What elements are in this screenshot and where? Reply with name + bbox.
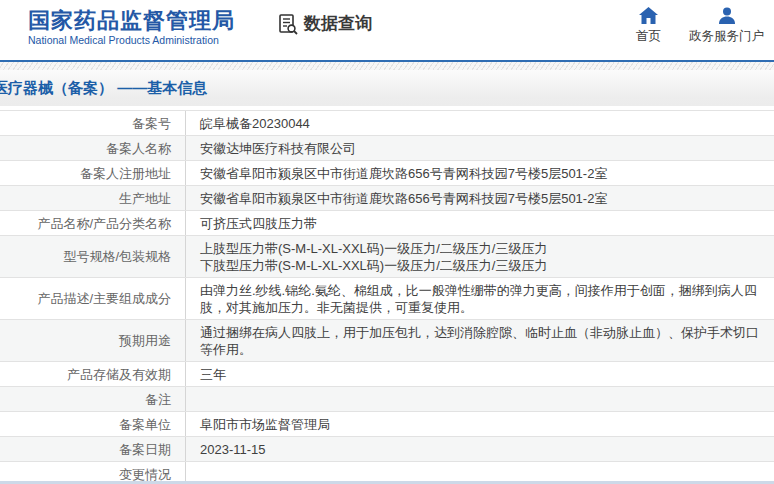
field-value: 皖阜械备20230044 <box>185 111 774 135</box>
field-label: 产品描述/主要组成成分 <box>0 278 185 319</box>
field-value-line: 上肢型压力带(S-M-L-XL-XXL码)一级压力/二级压力/三级压力 <box>200 240 760 257</box>
nav-label-gov-portal: 政务服务门户 <box>689 28 764 45</box>
field-label-text: 生产地址 <box>119 190 171 207</box>
field-value: 可挤压式四肢压力带 <box>185 211 774 235</box>
field-value: 由弹力丝.纱线.锦纶.氨纶、棉组成，比一般弹性绷带的弹力更高，间接作用于创面，捆… <box>185 278 774 319</box>
field-label-text: 备案单位 <box>119 416 171 433</box>
table-row: 生产地址安徽省阜阳市颍泉区中市街道鹿坎路656号青网科技园7号楼5层501-2室 <box>0 186 774 211</box>
title-band: 医疗器械（备案） ——基本信息 <box>0 70 774 106</box>
record-table: 备案号皖阜械备20230044备案人名称安徽达坤医疗科技有限公司备案人注册地址安… <box>0 110 774 484</box>
field-label-text: 备注 <box>145 391 171 408</box>
table-row: 预期用途通过捆绑在病人四肢上，用于加压包扎，达到消除腔隙、临时止血（非动脉止血）… <box>0 320 774 362</box>
nmpa-logo[interactable]: 国家药品监督管理局 National Medical Products Admi… <box>28 9 235 47</box>
field-label-text: 产品名称/产品分类名称 <box>37 215 171 232</box>
table-row: 备案日期2023-11-15 <box>0 437 774 462</box>
field-value-line: 下肢型压力带(S-M-L-XL-XXL码)一级压力/二级压力/三级压力 <box>200 257 760 274</box>
table-row: 产品描述/主要组成成分由弹力丝.纱线.锦纶.氨纶、棉组成，比一般弹性绷带的弹力更… <box>0 278 774 320</box>
field-label-text: 备案人注册地址 <box>80 165 171 182</box>
field-label-text: 备案号 <box>132 115 171 132</box>
field-label-text: 预期用途 <box>119 332 171 349</box>
field-label: 产品存储及有效期 <box>0 362 185 386</box>
hatch-divider <box>0 62 774 70</box>
field-label-text: 备案人名称 <box>106 140 171 157</box>
logo-subtitle: National Medical Products Administration <box>28 33 235 47</box>
field-label: 预期用途 <box>0 320 185 361</box>
field-label: 产品名称/产品分类名称 <box>0 211 185 235</box>
field-label-text: 变更情况 <box>119 466 171 483</box>
table-row: 备案人注册地址安徽省阜阳市颍泉区中市街道鹿坎路656号青网科技园7号楼5层501… <box>0 161 774 186</box>
field-label: 备案单位 <box>0 412 185 436</box>
field-label-text: 产品存储及有效期 <box>67 366 171 383</box>
field-value: 上肢型压力带(S-M-L-XL-XXL码)一级压力/二级压力/三级压力下肢型压力… <box>185 236 774 277</box>
table-row: 备案人名称安徽达坤医疗科技有限公司 <box>0 136 774 161</box>
data-query-icon <box>277 13 299 35</box>
field-value: 安徽达坤医疗科技有限公司 <box>185 136 774 160</box>
table-row: 产品名称/产品分类名称可挤压式四肢压力带 <box>0 211 774 236</box>
field-value: 通过捆绑在病人四肢上，用于加压包扎，达到消除腔隙、临时止血（非动脉止血）、保护手… <box>185 320 774 361</box>
nav-item-gov-portal[interactable]: 政务服务门户 <box>689 7 764 45</box>
field-label: 备案人名称 <box>0 136 185 160</box>
field-label: 型号规格/包装规格 <box>0 236 185 277</box>
field-label-text: 备案日期 <box>119 441 171 458</box>
field-label-text: 产品描述/主要组成成分 <box>37 290 171 307</box>
table-row: 备案号皖阜械备20230044 <box>0 111 774 136</box>
field-value: 三年 <box>185 362 774 386</box>
table-row: 备案单位阜阳市市场监督管理局 <box>0 412 774 437</box>
field-label-text: 型号规格/包装规格 <box>63 248 171 265</box>
home-icon <box>639 7 658 24</box>
table-row: 产品存储及有效期三年 <box>0 362 774 387</box>
table-row: 型号规格/包装规格上肢型压力带(S-M-L-XL-XXL码)一级压力/二级压力/… <box>0 236 774 278</box>
field-label: 备案号 <box>0 111 185 135</box>
field-value <box>185 387 774 411</box>
site-header: 国家药品监督管理局 National Medical Products Admi… <box>0 0 774 62</box>
record-detail: 备案号皖阜械备20230044备案人名称安徽达坤医疗科技有限公司备案人注册地址安… <box>0 110 774 484</box>
field-label: 备案日期 <box>0 437 185 461</box>
field-label: 备案人注册地址 <box>0 161 185 185</box>
field-value: 安徽省阜阳市颍泉区中市街道鹿坎路656号青网科技园7号楼5层501-2室 <box>185 161 774 185</box>
field-value: 2023-11-15 <box>185 437 774 461</box>
header-nav: 首页 政务服务门户 <box>636 7 764 45</box>
field-label: 备注 <box>0 387 185 411</box>
data-query-section: 数据查询 <box>277 12 372 35</box>
data-query-label: 数据查询 <box>304 12 372 35</box>
user-icon <box>718 7 736 24</box>
nav-label-home: 首页 <box>636 28 661 45</box>
nav-item-home[interactable]: 首页 <box>636 7 661 45</box>
field-value: 安徽省阜阳市颍泉区中市街道鹿坎路656号青网科技园7号楼5层501-2室 <box>185 186 774 210</box>
field-value: 阜阳市市场监督管理局 <box>185 412 774 436</box>
field-label: 生产地址 <box>0 186 185 210</box>
logo-title: 国家药品监督管理局 <box>28 9 235 33</box>
page-title: 医疗器械（备案） ——基本信息 <box>0 79 207 98</box>
table-row: 备注 <box>0 387 774 412</box>
